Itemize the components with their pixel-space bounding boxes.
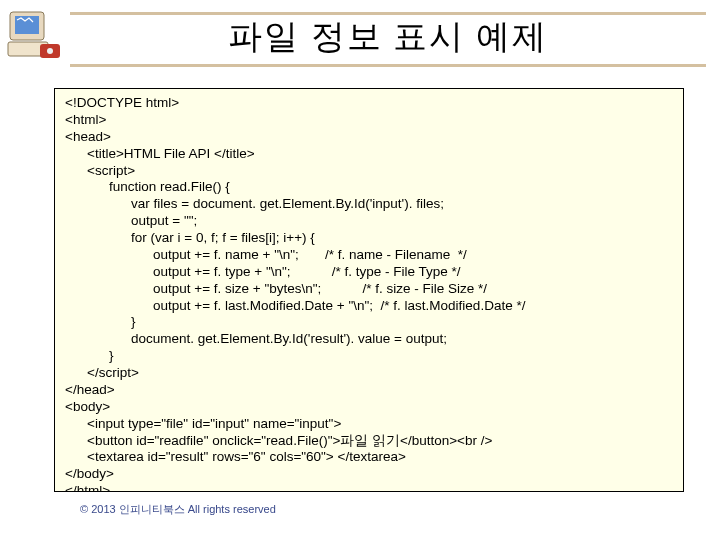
copyright-footer: © 2013 인피니티북스 All rights reserved [80, 502, 276, 517]
code-line: </body> [65, 466, 673, 483]
code-line: <button id="readfile" onclick="read.File… [65, 433, 673, 450]
slide-header: 파일 정보 표시 예제 [0, 0, 720, 80]
code-line: <input type="file" id="input" name="inpu… [65, 416, 673, 433]
slide-title: 파일 정보 표시 예제 [70, 14, 706, 60]
code-line: <title>HTML File API </title> [65, 146, 673, 163]
code-line: } [65, 348, 673, 365]
svg-point-4 [47, 48, 53, 54]
code-line: <head> [65, 129, 673, 146]
code-line: <script> [65, 163, 673, 180]
code-block: <!DOCTYPE html><html><head><title>HTML F… [54, 88, 684, 492]
code-line: </html> [65, 483, 673, 492]
code-line: <!DOCTYPE html> [65, 95, 673, 112]
code-line: } [65, 314, 673, 331]
code-line: </script> [65, 365, 673, 382]
code-line: var files = document. get.Element.By.Id(… [65, 196, 673, 213]
code-line: <html> [65, 112, 673, 129]
code-line: document. get.Element.By.Id('result'). v… [65, 331, 673, 348]
header-rule-bottom [70, 64, 706, 67]
code-line: output = ""; [65, 213, 673, 230]
computer-icon [6, 6, 62, 62]
code-line: <body> [65, 399, 673, 416]
code-line: output += f. last.Modified.Date + "\n"; … [65, 298, 673, 315]
code-line: </head> [65, 382, 673, 399]
code-line: <textarea id="result" rows="6" cols="60"… [65, 449, 673, 466]
code-line: output += f. type + "\n"; /* f. type - F… [65, 264, 673, 281]
code-line: function read.File() { [65, 179, 673, 196]
code-line: output += f. name + "\n"; /* f. name - F… [65, 247, 673, 264]
code-line: for (var i = 0, f; f = files[i]; i++) { [65, 230, 673, 247]
code-line: output += f. size + "bytes\n"; /* f. siz… [65, 281, 673, 298]
